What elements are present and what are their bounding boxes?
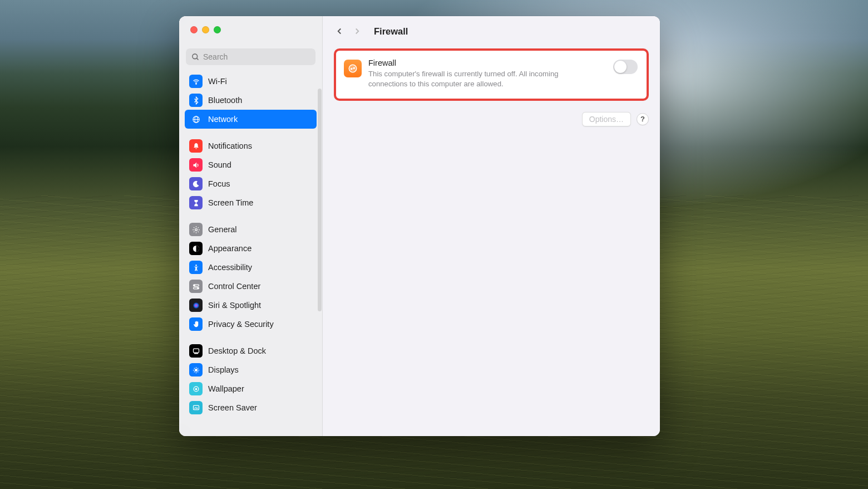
sidebar-item-screen-time[interactable]: Screen Time	[185, 193, 317, 212]
screensaver-icon	[189, 401, 203, 414]
gear-icon	[189, 223, 203, 236]
content-area: Firewall This computer's firewall is cur…	[323, 46, 660, 138]
sidebar-item-label: Siri & Spotlight	[208, 301, 261, 310]
wallpaper-icon	[189, 382, 203, 395]
sidebar-item-label: Accessibility	[208, 263, 252, 272]
search-container	[179, 43, 322, 69]
sidebar-item-label: Desktop & Dock	[208, 346, 266, 355]
svg-rect-14	[193, 349, 199, 353]
bluetooth-icon	[189, 94, 203, 107]
firewall-description: This computer's firewall is currently tu…	[368, 69, 580, 90]
toolbar: Firewall	[323, 16, 660, 46]
maximize-window-button[interactable]	[214, 26, 221, 33]
sidebar-list: Wi-FiBluetoothNetworkNotificationsSoundF…	[179, 69, 322, 436]
firewall-card-body: Firewall This computer's firewall is cur…	[368, 58, 606, 90]
sidebar-item-desktop-dock[interactable]: Desktop & Dock	[185, 341, 317, 360]
sidebar-item-general[interactable]: General	[185, 220, 317, 239]
sidebar-group: NotificationsSoundFocusScreen Time	[185, 136, 317, 212]
dock-icon	[189, 344, 203, 358]
options-button[interactable]: Options…	[582, 112, 631, 126]
firewall-title: Firewall	[368, 58, 606, 67]
svg-point-13	[193, 302, 199, 308]
help-button[interactable]: ?	[637, 113, 649, 125]
search-field[interactable]	[186, 48, 315, 65]
sound-icon	[189, 158, 203, 172]
sidebar-item-control-center[interactable]: Control Center	[185, 277, 317, 296]
sidebar-item-label: Focus	[208, 179, 230, 188]
hourglass-icon	[189, 196, 203, 209]
close-window-button[interactable]	[190, 26, 198, 33]
switches-icon	[189, 280, 203, 293]
accessibility-icon	[189, 261, 203, 274]
search-icon	[191, 53, 200, 61]
network-icon	[189, 113, 203, 126]
svg-point-2	[195, 83, 196, 84]
svg-point-10	[194, 285, 195, 286]
sidebar-item-displays[interactable]: Displays	[185, 360, 317, 379]
back-button[interactable]	[333, 25, 346, 38]
svg-point-16	[195, 369, 198, 371]
sidebar-item-label: Control Center	[208, 282, 260, 291]
svg-point-6	[195, 228, 197, 231]
forward-button[interactable]	[351, 25, 364, 38]
sidebar-item-sound[interactable]: Sound	[185, 155, 317, 174]
sidebar-item-notifications[interactable]: Notifications	[185, 136, 317, 155]
sidebar-item-label: Bluetooth	[208, 96, 242, 105]
sidebar-item-bluetooth[interactable]: Bluetooth	[185, 91, 317, 110]
sidebar-item-label: Sound	[208, 160, 231, 169]
hand-icon	[189, 317, 203, 331]
page-title: Firewall	[374, 26, 408, 37]
sidebar-item-label: General	[208, 225, 237, 234]
sidebar-group: Wi-FiBluetoothNetwork	[185, 72, 317, 129]
toggle-knob	[614, 61, 627, 73]
sidebar: Wi-FiBluetoothNetworkNotificationsSoundF…	[179, 16, 323, 436]
sidebar-group: GeneralAppearanceAccessibilityControl Ce…	[185, 220, 317, 334]
sidebar-item-wallpaper[interactable]: Wallpaper	[185, 379, 317, 398]
siri-icon	[189, 299, 203, 312]
sidebar-group: Desktop & DockDisplaysWallpaperScreen Sa…	[185, 341, 317, 417]
wifi-icon	[189, 75, 203, 88]
firewall-card: Firewall This computer's firewall is cur…	[334, 48, 649, 101]
sidebar-item-accessibility[interactable]: Accessibility	[185, 258, 317, 277]
firewall-icon	[344, 60, 362, 77]
sidebar-item-label: Displays	[208, 365, 239, 374]
sidebar-item-screen-saver[interactable]: Screen Saver	[185, 398, 317, 417]
svg-point-8	[195, 264, 197, 266]
sidebar-item-label: Screen Saver	[208, 403, 257, 412]
minimize-window-button[interactable]	[202, 26, 209, 33]
sidebar-item-label: Network	[208, 115, 238, 124]
window-controls	[179, 16, 322, 43]
focus-icon	[189, 177, 203, 190]
sidebar-item-label: Wallpaper	[208, 384, 244, 393]
system-settings-window: Wi-FiBluetoothNetworkNotificationsSoundF…	[179, 16, 660, 436]
appearance-icon	[189, 242, 203, 255]
sidebar-item-siri-spotlight[interactable]: Siri & Spotlight	[185, 296, 317, 315]
svg-point-12	[197, 287, 198, 288]
sidebar-item-label: Privacy & Security	[208, 320, 274, 329]
sidebar-item-focus[interactable]: Focus	[185, 174, 317, 193]
svg-point-0	[193, 53, 198, 58]
sidebar-item-label: Appearance	[208, 244, 251, 253]
svg-line-1	[196, 58, 198, 60]
scrollbar[interactable]	[318, 89, 322, 311]
sidebar-item-wi-fi[interactable]: Wi-Fi	[185, 72, 317, 91]
actions-row: Options… ?	[334, 112, 649, 126]
sidebar-item-privacy-security[interactable]: Privacy & Security	[185, 315, 317, 334]
sidebar-item-label: Wi-Fi	[208, 77, 227, 86]
firewall-toggle[interactable]	[613, 60, 638, 74]
svg-point-19	[349, 65, 357, 72]
sidebar-item-label: Notifications	[208, 141, 252, 150]
bell-icon	[189, 139, 203, 153]
displays-icon	[189, 363, 203, 376]
svg-rect-15	[194, 353, 198, 354]
sidebar-item-label: Screen Time	[208, 198, 253, 207]
main-pane: Firewall Firewall This computer's firewa…	[323, 16, 660, 436]
svg-point-17	[195, 388, 197, 390]
search-input[interactable]	[203, 52, 310, 61]
sidebar-item-network[interactable]: Network	[185, 110, 317, 129]
sidebar-item-appearance[interactable]: Appearance	[185, 239, 317, 258]
